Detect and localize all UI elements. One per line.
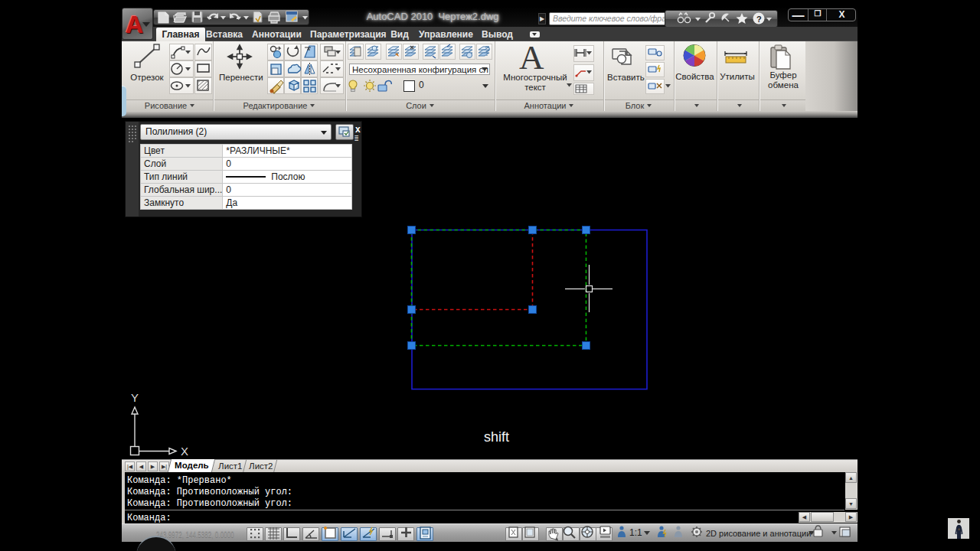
svg-text:1:1: 1:1: [629, 527, 642, 538]
svg-text:Y: Y: [131, 391, 139, 404]
svg-text:X: X: [181, 445, 188, 458]
svg-text:?: ?: [756, 15, 762, 24]
